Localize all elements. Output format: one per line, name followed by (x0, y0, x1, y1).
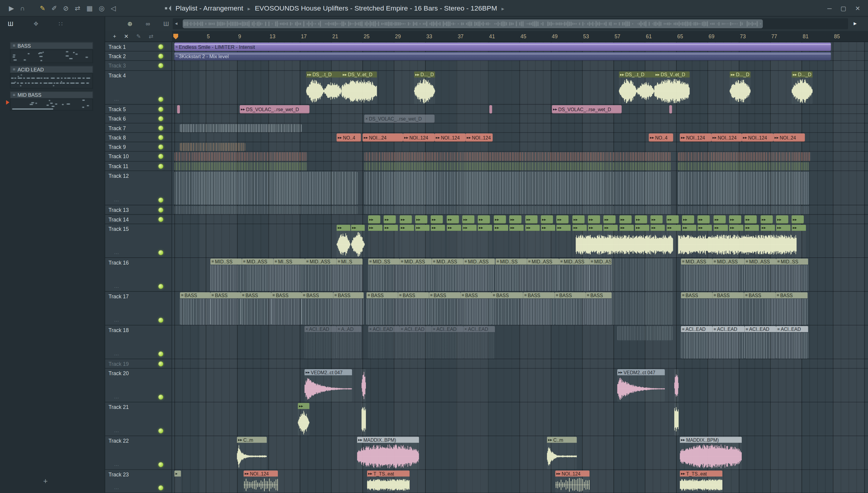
mini-clip[interactable]: ▸▸ (556, 225, 571, 257)
stripe-clip[interactable] (364, 206, 671, 214)
timeline-label[interactable]: 29 (395, 33, 401, 39)
pattern-clip[interactable]: ≡MID..ASS (305, 259, 337, 291)
clip-sliver[interactable] (177, 105, 180, 114)
track-name[interactable]: Track 1 (108, 43, 126, 49)
track-header-13[interactable]: Track 13 (105, 205, 172, 215)
timeline-label[interactable]: 61 (646, 33, 652, 39)
timeline-label[interactable]: 81 (803, 33, 808, 39)
track-led[interactable] (158, 53, 164, 59)
pattern-clip[interactable]: ≡MI..S (337, 259, 363, 291)
pattern-clip[interactable]: ≡ACI..EAD (713, 326, 745, 359)
audio-clip[interactable]: ▸▸VEDM2..ct 047 (617, 369, 665, 402)
track-header-6[interactable]: Track 6 (105, 114, 172, 123)
slip-tool-icon[interactable]: ⇄ (75, 0, 80, 17)
track-header-21[interactable]: Track 21⋯ (105, 402, 172, 436)
audio-clip[interactable]: ▸▸T_TS..eat (367, 470, 410, 492)
draw-tool-icon[interactable]: ✎ (40, 0, 45, 17)
audio-clip[interactable]: ▸▸MADDIX..BPM) (680, 437, 742, 469)
stripe-clip[interactable] (678, 162, 809, 171)
audio-clip[interactable]: ▸▸C..m (547, 437, 577, 469)
pattern-clip[interactable]: ≡BASS (429, 292, 460, 325)
track-led[interactable] (158, 97, 164, 102)
track-led[interactable] (158, 361, 164, 366)
mini-clip[interactable]: ▸▸ (368, 215, 380, 223)
clip-sliver[interactable] (361, 369, 366, 402)
track-name[interactable]: Track 22 (108, 438, 129, 444)
mini-clip[interactable]: ▸▸ (368, 225, 383, 257)
mini-clip[interactable]: ▸▸ (478, 225, 492, 257)
mini-clip[interactable]: ▸▸ (462, 215, 474, 223)
close-button[interactable]: ✕ (855, 5, 860, 12)
track-header-9[interactable]: Track 9 (105, 142, 172, 152)
clip[interactable]: ▸▸DS_VOLAC_..rse_wet_D (240, 105, 309, 114)
pattern-clip[interactable]: ≡MID..ASS (400, 259, 432, 291)
track-name[interactable]: Track 23 (108, 472, 129, 478)
pattern-clip[interactable]: ≡MID..ASS (242, 259, 274, 291)
timeline-label[interactable]: 77 (771, 33, 777, 39)
mini-clip[interactable]: ▸▸ (791, 215, 803, 223)
audio-clip[interactable]: ▸▸DS_..t_D (306, 71, 342, 104)
pencil-icon[interactable]: ✎ (136, 33, 141, 39)
timeline-label[interactable]: 21 (332, 33, 338, 39)
pattern-clip[interactable]: ≡MID..SS (776, 259, 808, 291)
cut-icon[interactable]: ✕ (124, 33, 128, 39)
add-pattern-button[interactable]: + (43, 476, 48, 485)
pattern-clip[interactable]: ×ACI..EAD (432, 326, 463, 359)
minimize-button[interactable]: ─ (827, 5, 831, 12)
track-name[interactable]: Track 21 (108, 404, 129, 410)
track-led[interactable] (158, 107, 164, 112)
track-led[interactable] (158, 207, 164, 212)
track-name[interactable]: Track 11 (108, 163, 128, 169)
zoom-tool-icon[interactable]: ◎ (99, 0, 105, 17)
pattern-clip[interactable]: ≡MID..ASS (589, 259, 611, 291)
pattern-clip[interactable]: ×ACI..EAD (368, 326, 400, 359)
play-icon[interactable]: ▶ (9, 0, 14, 17)
clip[interactable]: ▸▸NOI..124 (465, 133, 493, 142)
timeline-ruler[interactable]: 5913172125293337414549535761656973778185 (172, 31, 868, 42)
timeline-label[interactable]: 57 (614, 33, 620, 39)
pattern-star-icon[interactable]: ❖ (33, 20, 39, 27)
pattern-clip[interactable]: ≡BASS (492, 292, 523, 325)
track-name[interactable]: Track 10 (108, 153, 129, 159)
stripe-clip[interactable] (180, 143, 245, 151)
track-led[interactable] (158, 217, 164, 222)
timeline-label[interactable]: 45 (521, 33, 526, 39)
track-header-19[interactable]: Track 19 (105, 359, 172, 368)
track-name[interactable]: Track 19 (108, 361, 129, 367)
mini-clip[interactable]: ▸▸ (650, 215, 663, 223)
track-led[interactable] (158, 250, 164, 255)
track-header-8[interactable]: Track 8 (105, 133, 172, 142)
timeline-label[interactable]: 5 (207, 33, 210, 39)
pattern-clip[interactable]: ≡MID..SS (210, 259, 242, 291)
pattern-clip[interactable]: ≡MID..SS (496, 259, 527, 291)
pattern-clip[interactable]: ≡ACI..EAD (776, 326, 808, 359)
pattern-clip[interactable]: ≡MID..ASS (432, 259, 463, 291)
stripe-clip[interactable] (364, 171, 671, 205)
audio-clip[interactable]: ▸▸D..._D (730, 71, 751, 104)
loop-record-icon[interactable]: ∩ (20, 0, 25, 17)
mini-clip[interactable]: ▸▸ (462, 225, 477, 257)
track-led[interactable] (158, 284, 164, 289)
audio-clip[interactable]: ▸▸NOI..124 (243, 470, 278, 492)
track-name[interactable]: Track 3 (108, 63, 126, 69)
audio-clip[interactable]: ▸▸T_TS..eat (680, 470, 722, 492)
automation-clip[interactable]: ≈3Kickstart 2 - Mix level (174, 52, 831, 61)
pattern-item-header[interactable]: ≡ACID LEAD (10, 66, 93, 73)
track-name[interactable]: Track 16 (108, 259, 129, 265)
pattern-clip[interactable]: ×ACI..EAD (463, 326, 495, 359)
pattern-clip[interactable]: ≡BASS (744, 292, 776, 325)
audio-clip[interactable]: ▸▸C..m (237, 437, 267, 469)
timeline-label[interactable]: 13 (269, 33, 275, 39)
mini-clip[interactable]: ▸▸ (620, 215, 631, 223)
automation-clip[interactable]: ≈Endless Smile - LIMITER - Intensit (174, 42, 831, 51)
scroll-left-icon[interactable]: ◂ (175, 21, 177, 26)
swap-icon[interactable]: ⇄ (149, 33, 153, 39)
track-led[interactable] (158, 135, 164, 140)
track-led[interactable] (158, 116, 164, 121)
mini-clip[interactable]: ▸▸ (525, 215, 537, 223)
mini-clip[interactable]: ▸▸ (415, 225, 430, 257)
audio-clip[interactable]: ▸▸MADDIX..BPM) (357, 437, 419, 469)
pattern-clip[interactable]: ≡MI..SS (273, 259, 305, 291)
mini-clip[interactable]: ▸ (174, 470, 181, 492)
maximize-button[interactable]: ▢ (841, 5, 846, 12)
